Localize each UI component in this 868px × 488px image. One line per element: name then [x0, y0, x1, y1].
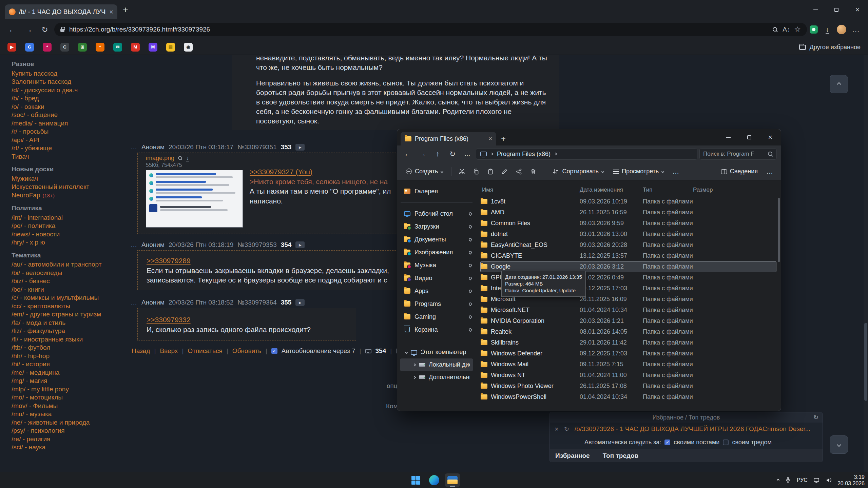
refresh-button[interactable] [38, 23, 52, 36]
tab-favorites[interactable]: Избранное [555, 452, 590, 460]
chevron-right-icon[interactable] [413, 363, 416, 366]
scroll-to-top-button[interactable] [830, 75, 848, 93]
breadcrumb-chevron-icon[interactable] [490, 153, 493, 155]
scrollbar-thumb[interactable] [864, 323, 867, 401]
board-link[interactable]: /fa/ - мода и стиль [12, 319, 123, 327]
explorer-close-button[interactable] [760, 129, 781, 145]
post-expand-button[interactable] [295, 241, 305, 248]
nav-pane-item[interactable]: Документы [397, 233, 476, 246]
file-row[interactable]: dotnet 03.01.2026 13:00 Папка с файлами [481, 229, 776, 239]
nav-pane-disk-d[interactable]: Дополнительный диск [400, 371, 473, 384]
autoupdate-checkbox[interactable] [271, 348, 277, 354]
scroll-to-bottom-button[interactable] [830, 435, 848, 454]
bookmark-favicon[interactable]: G [25, 43, 34, 52]
bookmark-favicon[interactable]: ▤ [166, 43, 175, 52]
rename-button[interactable] [498, 165, 511, 178]
column-divider[interactable] [693, 187, 693, 193]
explorer-titlebar[interactable]: Program Files (x86) [397, 129, 781, 145]
board-link[interactable]: Мужикач [12, 175, 123, 183]
column-divider[interactable] [643, 187, 643, 193]
cut-button[interactable] [456, 165, 468, 178]
back-button[interactable] [5, 23, 19, 36]
chevron-down-icon[interactable] [405, 351, 408, 353]
forward-button[interactable] [22, 23, 35, 36]
profile-avatar[interactable] [837, 25, 846, 34]
post-menu-icon[interactable] [131, 241, 137, 249]
bookmark-favicon[interactable]: * [43, 43, 52, 52]
nav-up-link[interactable]: Вверх [160, 347, 178, 355]
browser-maximize-button[interactable] [826, 0, 847, 20]
column-divider[interactable] [580, 187, 580, 193]
board-link[interactable]: /c/ - комиксы и мультфильмы [12, 294, 123, 302]
post-menu-icon[interactable] [131, 299, 137, 306]
image-download-icon[interactable] [186, 155, 189, 161]
address-bar[interactable]: Program Files (x86) [476, 148, 697, 160]
file-row[interactable]: 1cv8t 09.03.2026 10:19 Папка с файлами [481, 196, 776, 207]
board-link[interactable]: /cc/ - криптовалюты [12, 302, 123, 311]
file-row[interactable]: Windows Mail 09.11.2025 7:15 Папка с фай… [481, 359, 776, 370]
breadcrumb-chevron-icon[interactable] [554, 153, 557, 155]
new-tab-button[interactable] [123, 5, 128, 15]
nav-pane-disk-c[interactable]: Локальный диск (C:) [400, 358, 473, 371]
board-link[interactable]: /me/ - медицина [12, 369, 123, 377]
downloads-button[interactable] [821, 23, 834, 36]
post-number[interactable]: №330979353 [237, 241, 276, 249]
follow-own-posts-checkbox[interactable] [664, 440, 670, 445]
nav-unsubscribe-link[interactable]: Отписаться [188, 347, 222, 355]
board-link[interactable]: /api/ - API [12, 136, 123, 144]
browser-menu-button[interactable] [849, 23, 863, 36]
nav-pane-item[interactable]: Изображения [397, 246, 476, 259]
nav-pane-item[interactable]: Загрузки [397, 220, 476, 233]
browser-close-button[interactable] [847, 0, 868, 20]
board-link[interactable]: NeuroFap(18+) [12, 191, 123, 200]
nav-pane-item[interactable]: Gaming [397, 310, 476, 323]
board-link[interactable]: /news/ - новости [12, 230, 123, 239]
favorite-thread-row[interactable]: /b/330973926 - 1 ЧАС ДО ВЫХОДА ЛУЧШЕЙ ИГ… [550, 423, 823, 435]
file-row[interactable]: NVIDIA Corporation 20.03.2026 1:21 Папка… [481, 316, 776, 326]
board-link[interactable]: /re/ - религия [12, 435, 123, 444]
board-link[interactable]: /em/ - другие страны и туризм [12, 310, 123, 319]
board-link[interactable]: /bo/ - книги [12, 286, 123, 294]
address-bar[interactable]: https://2ch.org/b/res/330973926.html#330… [54, 23, 807, 36]
bookmark-favicon[interactable]: M [131, 43, 140, 52]
board-link[interactable]: Тивач [12, 153, 123, 161]
tab-top-threads[interactable]: Топ тредов [603, 452, 639, 460]
nav-pane-item[interactable]: Рабочий стол [397, 207, 476, 220]
board-link[interactable]: /au/ - автомобили и транспорт [12, 260, 123, 269]
delete-button[interactable] [527, 165, 540, 178]
post-menu-icon[interactable] [131, 143, 137, 151]
board-link[interactable]: /rf/ - убежище [12, 144, 123, 153]
reload-favorite-icon[interactable] [564, 425, 569, 433]
file-row[interactable]: AMD 26.11.2025 16:59 Папка с файлами [481, 207, 776, 218]
breadcrumb-location[interactable]: Program Files (x86) [497, 151, 551, 158]
search-box[interactable] [699, 148, 777, 160]
post-expand-button[interactable] [295, 299, 305, 306]
sort-button[interactable]: Сортировать [548, 165, 608, 178]
file-row[interactable]: Windows Defender 09.12.2025 17:03 Папка … [481, 348, 776, 359]
taskbar-edge-button[interactable] [427, 473, 442, 487]
board-link[interactable]: /sci/ - наука [12, 443, 123, 452]
up-button[interactable] [431, 148, 444, 160]
board-link[interactable]: /ftb/ - футбол [12, 344, 123, 352]
view-button[interactable]: Просмотреть [609, 165, 668, 178]
attachment-filename[interactable]: image.png [146, 155, 174, 162]
board-link[interactable]: Искусственный интеллект [12, 183, 123, 191]
url-text[interactable]: https://2ch.org/b/res/330973926.html#330… [69, 26, 768, 33]
nav-pane-item[interactable]: Apps [397, 285, 476, 297]
file-row[interactable]: Realtek 08.01.2026 14:05 Папка с файлами [481, 327, 776, 337]
file-row[interactable]: Common Files 09.03.2026 9:59 Папка с фай… [481, 218, 776, 229]
board-link[interactable]: /hh/ - hip-hop [12, 352, 123, 360]
nav-pane-item[interactable]: Видео [397, 272, 476, 285]
file-row[interactable]: Skillbrains 29.01.2026 11:42 Папка с фай… [481, 337, 776, 348]
overflow-button[interactable] [763, 165, 776, 178]
board-link[interactable]: Залогинить пасскод [12, 78, 123, 86]
bookmark-favicon[interactable]: * [96, 43, 104, 52]
details-pane-button[interactable]: Сведения [717, 165, 762, 178]
board-link[interactable]: /o/ - оэкаки [12, 103, 123, 111]
post-expand-button[interactable] [295, 144, 305, 151]
tab-close-icon[interactable] [109, 8, 113, 16]
file-row[interactable]: Microsoft.NET 01.04.2024 10:34 Папка с ф… [481, 305, 776, 315]
start-button[interactable] [408, 473, 423, 487]
file-row[interactable]: Google 20.03.2026 3:12 Папка с файлами [481, 261, 776, 272]
bookmark-favicon[interactable]: ◉ [184, 43, 193, 52]
